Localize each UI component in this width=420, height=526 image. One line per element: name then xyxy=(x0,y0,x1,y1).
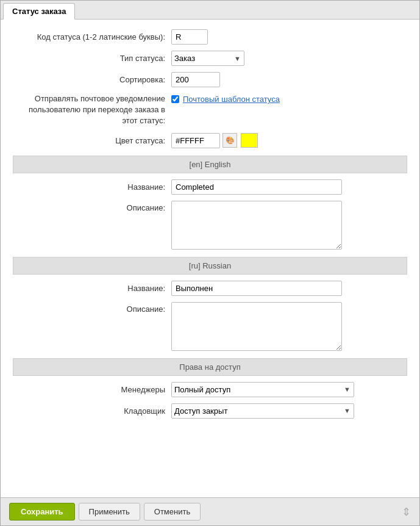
warehouse-dropdown-wrapper: Полный доступ Только чтение Доступ закры… xyxy=(171,403,354,419)
sort-row: Сортировка: xyxy=(13,72,407,87)
en-name-input[interactable] xyxy=(171,179,342,195)
color-label: Цвет статуса: xyxy=(13,136,171,145)
en-name-label: Название: xyxy=(13,182,171,192)
section-ru-header: [ru] Russian xyxy=(13,257,407,275)
section-en-label: [en] English xyxy=(190,160,231,169)
en-description-row: Описание: xyxy=(13,201,407,250)
apply-button[interactable]: Применить xyxy=(79,503,140,521)
notify-label: Отправлять почтовое уведомление пользова… xyxy=(13,93,171,127)
en-description-label: Описание: xyxy=(13,201,171,212)
color-preview-box[interactable] xyxy=(241,133,258,148)
en-name-row: Название: xyxy=(13,179,407,195)
notify-row: Отправлять почтовое уведомление пользова… xyxy=(13,93,407,127)
sort-label: Сортировка: xyxy=(13,75,171,84)
status-type-select[interactable]: Заказ Возврат Другой xyxy=(171,51,244,66)
warehouse-row: Кладовщик Полный доступ Только чтение До… xyxy=(13,403,407,419)
footer-bar: Сохранить Применить Отменить ⇕ xyxy=(1,497,419,525)
status-type-dropdown-wrapper: Заказ Возврат Другой ▼ xyxy=(171,51,244,66)
save-button[interactable]: Сохранить xyxy=(9,503,75,521)
section-access-header: Права на доступ xyxy=(13,358,407,376)
section-ru-label: [ru] Russian xyxy=(189,261,231,270)
color-picker-button[interactable]: 🎨 xyxy=(222,133,237,148)
notify-content: Почтовый шаблон статуса xyxy=(171,93,280,104)
section-access-label: Права на доступ xyxy=(179,362,240,372)
color-hex-input[interactable] xyxy=(171,133,220,148)
managers-dropdown-wrapper: Полный доступ Только чтение Доступ закры… xyxy=(171,382,354,397)
color-input-group: 🎨 xyxy=(171,133,258,148)
ru-name-label: Название: xyxy=(13,284,171,293)
en-description-textarea[interactable] xyxy=(171,201,342,250)
scroll-indicator: ⇕ xyxy=(402,505,411,519)
status-type-label: Тип статуса: xyxy=(13,54,171,63)
ru-description-textarea[interactable] xyxy=(171,302,342,351)
warehouse-select[interactable]: Полный доступ Только чтение Доступ закры… xyxy=(171,403,354,419)
mail-template-link[interactable]: Почтовый шаблон статуса xyxy=(183,95,280,104)
color-row: Цвет статуса: 🎨 xyxy=(13,133,407,148)
status-code-row: Код статуса (1-2 латинские буквы): xyxy=(13,29,407,45)
managers-label: Менеджеры xyxy=(13,385,171,394)
main-window: Статус заказа Код статуса (1-2 латинские… xyxy=(0,0,420,526)
tab-bar: Статус заказа xyxy=(1,1,419,20)
ru-name-input[interactable] xyxy=(171,281,342,296)
managers-select[interactable]: Полный доступ Только чтение Доступ закры… xyxy=(171,382,354,397)
managers-row: Менеджеры Полный доступ Только чтение До… xyxy=(13,382,407,397)
status-type-row: Тип статуса: Заказ Возврат Другой ▼ xyxy=(13,51,407,66)
ru-description-row: Описание: xyxy=(13,302,407,351)
content-area: Код статуса (1-2 латинские буквы): Тип с… xyxy=(1,20,419,497)
cancel-button[interactable]: Отменить xyxy=(144,503,201,521)
status-code-label: Код статуса (1-2 латинские буквы): xyxy=(13,32,171,41)
section-en-header: [en] English xyxy=(13,156,407,173)
sort-input[interactable] xyxy=(171,72,220,87)
ru-name-row: Название: xyxy=(13,281,407,296)
status-code-input[interactable] xyxy=(171,29,208,45)
notify-checkbox[interactable] xyxy=(171,95,179,103)
ru-description-label: Описание: xyxy=(13,302,171,314)
warehouse-label: Кладовщик xyxy=(13,406,171,416)
tab-order-status[interactable]: Статус заказа xyxy=(3,3,75,20)
color-picker-icon: 🎨 xyxy=(226,136,235,145)
tab-label: Статус заказа xyxy=(12,7,66,16)
